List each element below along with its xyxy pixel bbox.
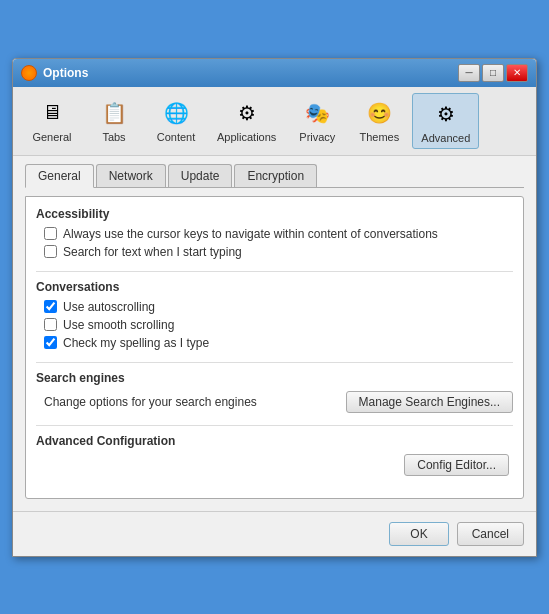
title-bar: Options ─ □ ✕ <box>13 59 536 87</box>
toolbar-themes-label: Themes <box>359 131 399 143</box>
title-buttons: ─ □ ✕ <box>458 64 528 82</box>
search-engines-row: Change options for your search engines M… <box>44 391 513 413</box>
window-title: Options <box>43 66 88 80</box>
themes-icon: 😊 <box>363 97 395 129</box>
cursor-keys-row: Always use the cursor keys to navigate w… <box>44 227 513 241</box>
accessibility-section: Accessibility Always use the cursor keys… <box>36 207 513 259</box>
toolbar-tabs-label: Tabs <box>102 131 125 143</box>
accessibility-title: Accessibility <box>36 207 513 221</box>
toolbar-tabs[interactable]: 📋 Tabs <box>85 93 143 149</box>
search-text-checkbox[interactable] <box>44 245 57 258</box>
cursor-keys-label: Always use the cursor keys to navigate w… <box>63 227 438 241</box>
search-engines-section: Search engines Change options for your s… <box>36 371 513 413</box>
divider-2 <box>36 362 513 363</box>
maximize-button[interactable]: □ <box>482 64 504 82</box>
tab-general[interactable]: General <box>25 164 94 188</box>
content-icon: 🌐 <box>160 97 192 129</box>
ok-button[interactable]: OK <box>389 522 448 546</box>
content-area: General Network Update Encryption Access… <box>13 156 536 511</box>
autoscrolling-row: Use autoscrolling <box>44 300 513 314</box>
advanced-config-section: Advanced Configuration Config Editor... <box>36 434 513 476</box>
toolbar-applications-label: Applications <box>217 131 276 143</box>
spell-check-row: Check my spelling as I type <box>44 336 513 350</box>
settings-panel: Accessibility Always use the cursor keys… <box>25 196 524 499</box>
conversations-section: Conversations Use autoscrolling Use smoo… <box>36 280 513 350</box>
toolbar-content-label: Content <box>157 131 196 143</box>
tabs-icon: 📋 <box>98 97 130 129</box>
config-editor-button[interactable]: Config Editor... <box>404 454 509 476</box>
close-button[interactable]: ✕ <box>506 64 528 82</box>
options-window: Options ─ □ ✕ 🖥 General 📋 Tabs 🌐 Content… <box>12 58 537 557</box>
smooth-scrolling-label: Use smooth scrolling <box>63 318 174 332</box>
general-icon: 🖥 <box>36 97 68 129</box>
tab-bar: General Network Update Encryption <box>25 164 524 188</box>
app-icon <box>21 65 37 81</box>
search-engines-desc: Change options for your search engines <box>44 395 257 409</box>
toolbar-general[interactable]: 🖥 General <box>23 93 81 149</box>
toolbar-themes[interactable]: 😊 Themes <box>350 93 408 149</box>
tab-encryption[interactable]: Encryption <box>234 164 317 187</box>
adv-config-row: Config Editor... <box>36 454 513 476</box>
toolbar-general-label: General <box>32 131 71 143</box>
toolbar-privacy-label: Privacy <box>299 131 335 143</box>
search-text-label: Search for text when I start typing <box>63 245 242 259</box>
toolbar-advanced[interactable]: ⚙ Advanced <box>412 93 479 149</box>
autoscrolling-checkbox[interactable] <box>44 300 57 313</box>
divider-1 <box>36 271 513 272</box>
search-engines-title: Search engines <box>36 371 513 385</box>
manage-search-engines-button[interactable]: Manage Search Engines... <box>346 391 513 413</box>
privacy-icon: 🎭 <box>301 97 333 129</box>
cursor-keys-checkbox[interactable] <box>44 227 57 240</box>
autoscrolling-label: Use autoscrolling <box>63 300 155 314</box>
toolbar: 🖥 General 📋 Tabs 🌐 Content ⚙ Application… <box>13 87 536 156</box>
conversations-title: Conversations <box>36 280 513 294</box>
minimize-button[interactable]: ─ <box>458 64 480 82</box>
tab-update[interactable]: Update <box>168 164 233 187</box>
advanced-config-title: Advanced Configuration <box>36 434 513 448</box>
tab-network[interactable]: Network <box>96 164 166 187</box>
spell-check-checkbox[interactable] <box>44 336 57 349</box>
smooth-scrolling-row: Use smooth scrolling <box>44 318 513 332</box>
search-text-row: Search for text when I start typing <box>44 245 513 259</box>
applications-icon: ⚙ <box>231 97 263 129</box>
cancel-button[interactable]: Cancel <box>457 522 524 546</box>
spell-check-label: Check my spelling as I type <box>63 336 209 350</box>
smooth-scrolling-checkbox[interactable] <box>44 318 57 331</box>
bottom-bar: OK Cancel <box>13 511 536 556</box>
toolbar-applications[interactable]: ⚙ Applications <box>209 93 284 149</box>
advanced-icon: ⚙ <box>430 98 462 130</box>
divider-3 <box>36 425 513 426</box>
toolbar-advanced-label: Advanced <box>421 132 470 144</box>
toolbar-content[interactable]: 🌐 Content <box>147 93 205 149</box>
toolbar-privacy[interactable]: 🎭 Privacy <box>288 93 346 149</box>
